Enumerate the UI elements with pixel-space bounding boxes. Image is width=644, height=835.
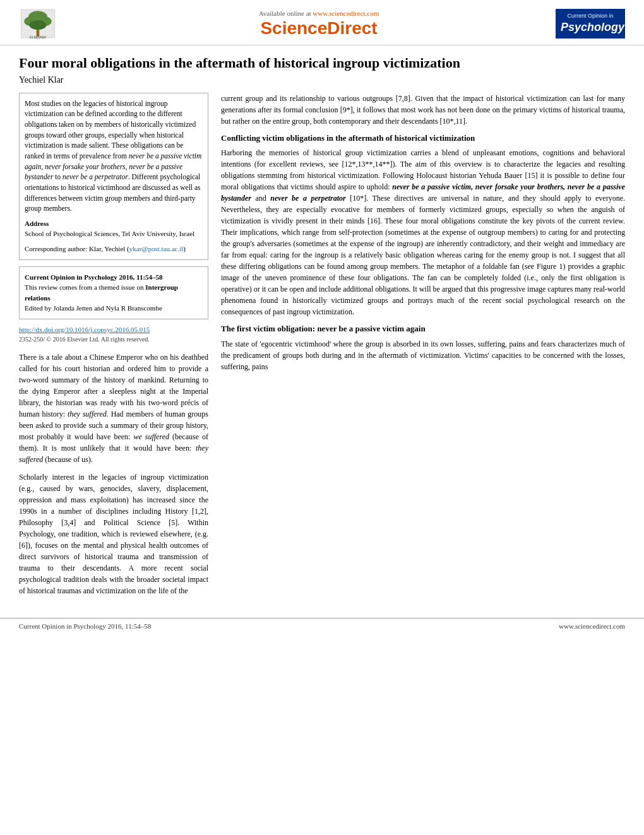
footer-right: www.sciencedirect.com	[559, 622, 625, 630]
address-section: Address School of Psychological Sciences…	[25, 219, 203, 239]
doi-section: http://dx.doi.org/10.1016/j.copsyc.2016.…	[19, 326, 208, 343]
article-title: Four moral obligations in the aftermath …	[19, 54, 625, 73]
left-column: Most studies on the legacies of historic…	[19, 93, 208, 603]
copyright-line: 2352-250/ © 2016 Elsevier Ltd. All right…	[19, 336, 208, 343]
sciencedirect-brand: ScienceDirect	[95, 18, 543, 38]
corresponding-email-link[interactable]: ykar@post.tau.ac.il	[129, 245, 184, 252]
edited-line: Edited by Jolanda Jetten and Nyla R Bran…	[25, 303, 203, 314]
review-line: This review comes from a themed issue on…	[25, 282, 203, 303]
corresponding-text: Corresponding author: Klar, Yechiel (yka…	[25, 244, 203, 254]
article-author: Yechiel Klar	[19, 75, 625, 85]
svg-point-4	[30, 20, 47, 30]
address-label: Address	[25, 219, 203, 229]
footer-left: Current Opinion in Psychology 2016, 11:5…	[19, 622, 151, 630]
body-para-1: There is a tale about a Chinese Emperor …	[19, 352, 208, 465]
elsevier-logo: ELSEVIER	[19, 6, 95, 41]
header-center: Available online at www.sciencedirect.co…	[95, 9, 543, 38]
corresponding-label: Corresponding author:	[25, 245, 87, 252]
journal-badge-line2: Psychology	[561, 20, 620, 35]
available-online-text: Available online at www.sciencedirect.co…	[95, 9, 543, 17]
abstract-box: Most studies on the legacies of historic…	[19, 93, 208, 260]
doi-link[interactable]: http://dx.doi.org/10.1016/j.copsyc.2016.…	[19, 326, 208, 333]
main-content: Four moral obligations in the aftermath …	[0, 45, 644, 612]
body-para-2: Scholarly interest in the legacies of in…	[19, 471, 208, 596]
svg-text:ELSEVIER: ELSEVIER	[30, 35, 46, 39]
website-link[interactable]: www.sciencedirect.com	[313, 9, 379, 17]
journal-badge: Current Opinion in Psychology	[556, 9, 625, 38]
journal-info-line: Current Opinion in Psychology 2016, 11:5…	[25, 272, 203, 283]
section1-heading: Conflicting victim obligations in the af…	[221, 133, 625, 144]
left-body-text: There is a tale about a Chinese Emperor …	[19, 352, 208, 596]
right-para-continue: current group and its relationship to va…	[221, 93, 625, 127]
journal-badge-line1: Current Opinion in	[561, 13, 620, 20]
section1-para1: Harboring the memories of historical gro…	[221, 147, 625, 317]
section2-heading: The first victim obligation: never be a …	[221, 324, 625, 335]
section2-para1: The state of 'egocentric victimhood' whe…	[221, 338, 625, 372]
right-column: current group and its relationship to va…	[221, 93, 625, 603]
elsevier-logo-area: ELSEVIER	[19, 6, 95, 41]
page-header: ELSEVIER Available online at www.science…	[0, 0, 644, 45]
address-text: School of Psychological Sciences, Tel Av…	[25, 229, 203, 239]
info-box: Current Opinion in Psychology 2016, 11:5…	[19, 266, 208, 319]
abstract-text: Most studies on the legacies of historic…	[25, 98, 203, 214]
page-footer: Current Opinion in Psychology 2016, 11:5…	[0, 618, 644, 634]
corresponding-name: Klar, Yechiel (	[89, 245, 129, 252]
journal-badge-area: Current Opinion in Psychology	[543, 9, 625, 38]
two-column-layout: Most studies on the legacies of historic…	[19, 93, 625, 603]
elsevier-tree-icon: ELSEVIER	[19, 6, 57, 41]
